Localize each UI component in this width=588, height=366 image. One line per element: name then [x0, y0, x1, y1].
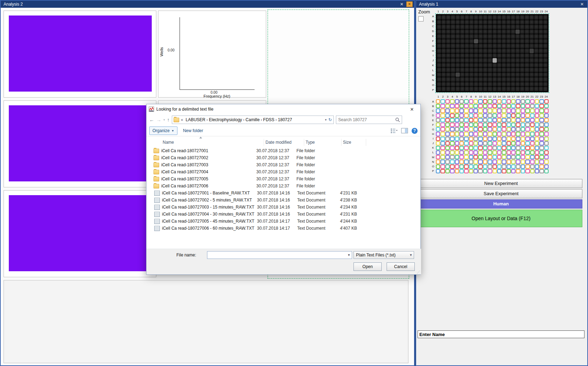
layout-well[interactable] — [478, 160, 482, 164]
plate-well[interactable] — [543, 77, 548, 82]
layout-well[interactable] — [455, 99, 459, 104]
layout-well[interactable] — [535, 137, 539, 141]
plate-well[interactable] — [488, 20, 492, 25]
plate-well[interactable] — [493, 34, 497, 39]
plate-well[interactable] — [456, 68, 460, 72]
zoom-checkbox[interactable] — [418, 16, 424, 21]
layout-well[interactable] — [493, 150, 497, 155]
layout-well[interactable] — [502, 137, 506, 141]
layout-well[interactable] — [511, 141, 515, 145]
layout-well[interactable] — [459, 123, 464, 127]
plate-well[interactable] — [502, 68, 506, 72]
layout-well[interactable] — [464, 141, 468, 145]
layout-well[interactable] — [445, 155, 450, 159]
file-name-input[interactable] — [207, 253, 346, 258]
plate-well[interactable] — [520, 15, 524, 20]
breadcrumb-item[interactable]: LABUSER — [185, 117, 206, 122]
layout-well[interactable] — [464, 160, 468, 164]
plate-well[interactable] — [515, 87, 520, 91]
layout-well[interactable] — [436, 165, 440, 169]
file-type-dropdown[interactable]: Plain Text Files (*.txt) ▼ — [354, 251, 414, 259]
plate-well[interactable] — [539, 58, 543, 63]
layout-well[interactable] — [493, 141, 497, 145]
plate-well[interactable] — [483, 68, 487, 72]
layout-well[interactable] — [450, 99, 454, 104]
layout-well[interactable] — [469, 104, 473, 108]
layout-well[interactable] — [511, 132, 515, 136]
plate-well[interactable] — [493, 77, 497, 82]
layout-well[interactable] — [488, 113, 492, 118]
plate-well[interactable] — [460, 68, 464, 72]
plate-well[interactable] — [474, 82, 478, 87]
layout-well[interactable] — [507, 160, 511, 164]
plate-well[interactable] — [437, 77, 441, 82]
layout-well[interactable] — [530, 137, 534, 141]
file-row[interactable]: iCell Ca read-18072700630.07.2018 12:37F… — [146, 182, 421, 190]
layout-well[interactable] — [525, 137, 530, 141]
plate-well[interactable] — [539, 39, 543, 44]
plate-well[interactable] — [456, 87, 460, 91]
layout-well[interactable] — [544, 137, 549, 141]
plate-well[interactable] — [442, 20, 446, 25]
layout-well[interactable] — [445, 165, 450, 169]
layout-well[interactable] — [469, 150, 473, 155]
plate-well[interactable] — [530, 20, 534, 25]
plate-well[interactable] — [525, 25, 529, 29]
search-box[interactable] — [336, 116, 402, 124]
plate-well[interactable] — [502, 73, 506, 77]
column-header-type[interactable]: Type — [304, 139, 342, 146]
plate-well[interactable] — [469, 44, 474, 48]
plate-well[interactable] — [515, 20, 520, 25]
layout-well[interactable] — [488, 132, 492, 136]
layout-well[interactable] — [530, 99, 534, 104]
layout-well[interactable] — [502, 141, 506, 145]
plate-well[interactable] — [437, 30, 441, 34]
plate-well[interactable] — [543, 44, 548, 48]
layout-well[interactable] — [521, 155, 525, 159]
plate-well[interactable] — [442, 15, 446, 20]
file-row[interactable]: iCell Ca read-18072700330.07.2018 12:37F… — [146, 161, 421, 168]
column-header-name[interactable]: Name — [161, 139, 264, 146]
layout-well[interactable] — [493, 165, 497, 169]
plate-well[interactable] — [539, 20, 543, 25]
layout-well[interactable] — [474, 132, 478, 136]
plate-well[interactable] — [474, 68, 478, 72]
layout-well[interactable] — [488, 137, 492, 141]
plate-well[interactable] — [456, 82, 460, 87]
plate-well[interactable] — [497, 82, 501, 87]
plate-well[interactable] — [474, 87, 478, 91]
layout-well[interactable] — [445, 113, 450, 118]
breadcrumb-item[interactable]: 180727 — [277, 117, 293, 122]
plate-well[interactable] — [437, 63, 441, 68]
layout-well[interactable] — [478, 150, 482, 155]
plate-well[interactable] — [456, 30, 460, 34]
plate-well[interactable] — [539, 30, 543, 34]
plate-well[interactable] — [456, 44, 460, 48]
resize-grip[interactable]: ⋰ — [417, 270, 420, 274]
layout-well[interactable] — [530, 132, 534, 136]
plate-well[interactable] — [515, 68, 520, 72]
plate-well[interactable] — [483, 54, 487, 58]
plate-well[interactable] — [460, 15, 464, 20]
file-row[interactable]: iCell Ca read-18072700430.07.2018 12:37F… — [146, 168, 421, 175]
plate-well[interactable] — [530, 39, 534, 44]
plate-well[interactable] — [478, 49, 483, 53]
file-row[interactable]: iCell Ca read-18072700130.07.2018 12:37F… — [146, 147, 421, 154]
plate-well[interactable] — [502, 30, 506, 34]
plate-well[interactable] — [446, 20, 450, 25]
plate-well[interactable] — [456, 39, 460, 44]
plate-well[interactable] — [460, 25, 464, 29]
layout-well[interactable] — [474, 141, 478, 145]
layout-well[interactable] — [478, 137, 482, 141]
plate-well[interactable] — [539, 44, 543, 48]
layout-well[interactable] — [539, 113, 544, 118]
layout-well[interactable] — [535, 118, 539, 122]
plate-well[interactable] — [525, 39, 529, 44]
layout-well[interactable] — [507, 108, 511, 113]
plate-well[interactable] — [451, 15, 455, 20]
plate-well[interactable] — [465, 77, 469, 82]
layout-well[interactable] — [478, 104, 482, 108]
layout-well[interactable] — [497, 146, 501, 150]
plate-well[interactable] — [515, 49, 520, 53]
layout-well[interactable] — [544, 165, 549, 169]
